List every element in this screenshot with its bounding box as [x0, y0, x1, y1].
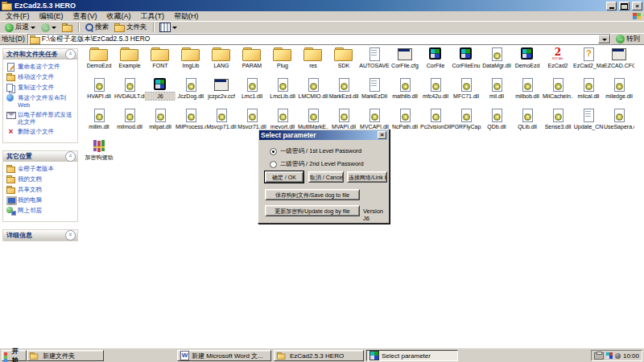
link-internet-button[interactable]: 连接网络/Link internet	[347, 171, 387, 183]
taskbar-task[interactable]: EzCad2.5.3 HERO	[274, 350, 364, 361]
dialog-title-bar[interactable]: Select parameter ×	[259, 130, 388, 140]
file-item[interactable]: LMCMIO.dll	[298, 77, 328, 108]
file-item[interactable]: DemoEzd	[84, 47, 114, 77]
file-item[interactable]: Sense3.dll	[543, 108, 573, 138]
chevron-up-icon[interactable]: »	[65, 151, 76, 162]
title-bar[interactable]: EzCad2.5.3 HERO ×	[0, 0, 644, 11]
cancel-button[interactable]: 取消 / Cancel	[308, 171, 344, 183]
file-item[interactable]: HVAPI.dll	[84, 77, 114, 108]
sidebar-item[interactable]: 共享文档	[6, 186, 76, 194]
menu-item[interactable]: 收藏(A)	[102, 11, 136, 22]
file-item[interactable]: PGRFlyCap...	[451, 108, 481, 138]
file-item[interactable]: EzCad2_Ma...	[573, 47, 604, 77]
panel-header[interactable]: 文件和文件夹任务»	[3, 49, 77, 60]
file-item[interactable]: Msvcp71.dll	[206, 108, 237, 138]
file-item[interactable]: Update_CN	[573, 108, 604, 138]
go-button[interactable]: → 转到	[613, 35, 642, 44]
radio-option[interactable]: 二级密码 / 2nd Level Password	[270, 160, 364, 168]
sidebar-item[interactable]: 以电子邮件形式发送此文件	[6, 111, 76, 125]
menu-item[interactable]: 编辑(E)	[35, 11, 68, 22]
start-button[interactable]: 开始	[2, 350, 27, 361]
file-item[interactable]: NcPath.dll	[390, 108, 420, 138]
address-input[interactable]: F:\金橙子老版本\EzCad2.5.3 HERO	[27, 34, 611, 44]
file-item[interactable]: Example	[114, 47, 145, 77]
minimize-button[interactable]	[606, 2, 617, 10]
file-item[interactable]: MarkEzDll	[359, 77, 390, 108]
sidebar-item[interactable]: 我的电脑	[6, 196, 76, 204]
file-item[interactable]: QDb.dll	[481, 108, 512, 138]
update-dog-button[interactable]: 更新加密狗/Update dog by file	[265, 205, 360, 216]
sidebar-item[interactable]: 重命名这个文件	[6, 63, 76, 71]
sidebar-item[interactable]: 移动这个文件	[6, 73, 76, 81]
menu-item[interactable]: 工具(T)	[136, 11, 170, 22]
file-item[interactable]: mfc42u.dll	[420, 77, 451, 108]
file-item[interactable]: UseSapera.dll	[604, 108, 634, 138]
file-item[interactable]: DemoEzd	[512, 47, 543, 77]
taskbar-task[interactable]: 新建文件夹	[27, 350, 104, 361]
file-item[interactable]: JczDog.dll	[175, 77, 206, 108]
save-dog-button[interactable]: 保存狗到文件/Save dog to file	[265, 189, 360, 200]
file-item[interactable]: milmod.dll	[114, 108, 145, 138]
chevron-up-icon[interactable]: »	[65, 49, 76, 60]
chevron-down-icon[interactable]: »	[65, 230, 76, 241]
file-item[interactable]: miledge.dll	[604, 77, 634, 108]
sidebar-item[interactable]: 我的文档	[6, 175, 76, 183]
file-item[interactable]: 加密狗驱动	[84, 138, 114, 169]
menu-item[interactable]: 文件(F)	[1, 11, 35, 22]
file-item[interactable]: res	[298, 47, 328, 77]
file-item[interactable]: QLib.dll	[512, 108, 543, 138]
file-item[interactable]: Pc2visionDll.dll	[420, 108, 451, 138]
file-item[interactable]: ImgLib	[175, 47, 206, 77]
sidebar-item[interactable]: 复制这个文件	[6, 84, 76, 92]
file-item[interactable]: MFC71.dll	[451, 77, 481, 108]
device-tray-icon[interactable]	[606, 352, 613, 359]
sidebar-item[interactable]: ×删除这个文件	[6, 128, 76, 136]
file-item[interactable]: LmcLib.dll	[267, 77, 298, 108]
views-button[interactable]	[157, 23, 180, 33]
radio-unchecked-icon[interactable]	[270, 161, 277, 168]
address-dropdown-button[interactable]	[598, 35, 610, 43]
file-item[interactable]: milim.dll	[84, 108, 114, 138]
close-button[interactable]: ×	[632, 2, 642, 10]
restore-button[interactable]	[619, 2, 630, 10]
taskbar-task[interactable]: Select parameter	[366, 350, 458, 361]
radio-option[interactable]: 一级密码 / 1st Level Password	[270, 147, 361, 155]
dialog-close-button[interactable]: ×	[378, 131, 386, 139]
menu-item[interactable]: 查看(V)	[68, 11, 102, 22]
radio-checked-icon[interactable]	[270, 148, 277, 155]
file-item[interactable]: MilProcess.dll	[175, 108, 206, 138]
ok-button[interactable]: 确定 / OK	[265, 171, 303, 183]
sidebar-item[interactable]: 将这个文件发布到 Web	[6, 94, 76, 109]
file-item[interactable]: mil.dll	[481, 77, 512, 108]
sidebar-item[interactable]: 网上邻居	[6, 207, 76, 215]
file-item[interactable]: mathlib.dll	[390, 77, 420, 108]
file-item[interactable]: milcal.dll	[573, 77, 604, 108]
file-item[interactable]: EzCad2	[543, 47, 573, 77]
file-item[interactable]: HVDAULT.dll	[114, 77, 145, 108]
file-item[interactable]: AUTOSAVE	[359, 47, 390, 77]
file-item[interactable]: CorFile.cfg	[390, 47, 420, 77]
file-item[interactable]: milbob.dll	[512, 77, 543, 108]
taskbar-task[interactable]: W新建 Microsoft Word 文...	[177, 350, 271, 361]
up-button[interactable]: ↑	[60, 23, 75, 33]
printer-tray-icon[interactable]	[594, 352, 604, 360]
file-item[interactable]: Lmc1.dll	[237, 77, 267, 108]
panel-header[interactable]: 详细信息»	[3, 230, 77, 241]
file-item[interactable]: CorFile	[420, 47, 451, 77]
file-item[interactable]: MarkEzd.dll	[328, 77, 359, 108]
file-item[interactable]: PARAM	[237, 47, 267, 77]
menu-item[interactable]: 帮助(H)	[169, 11, 204, 22]
file-item[interactable]: J6	[145, 77, 175, 108]
status-tray-icon[interactable]	[615, 353, 621, 359]
file-item[interactable]: Plug	[267, 47, 298, 77]
forward-button[interactable]: →	[39, 23, 59, 33]
file-item[interactable]: SDK	[328, 47, 359, 77]
file-item[interactable]: DataMgr.dll	[481, 47, 512, 77]
file-item[interactable]: MilCacheIn...	[543, 77, 573, 108]
file-item[interactable]: jczpc2v.ccf	[206, 77, 237, 108]
file-item[interactable]: milpat.dll	[145, 108, 175, 138]
sidebar-item[interactable]: 金橙子老版本	[6, 165, 76, 173]
file-item[interactable]: LANG	[206, 47, 237, 77]
search-button[interactable]: 搜索	[82, 23, 111, 33]
file-item[interactable]: CorFileEnu	[451, 47, 481, 77]
